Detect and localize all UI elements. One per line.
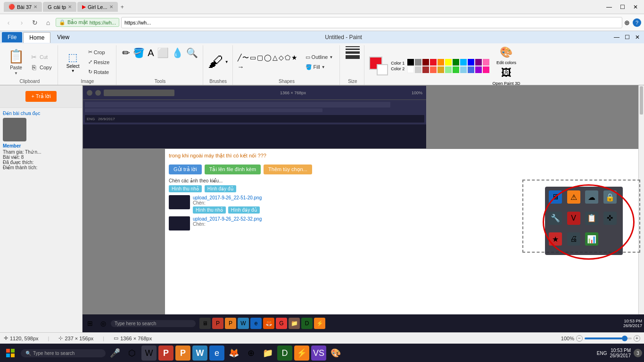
zoom-out-button[interactable]: − xyxy=(576,335,583,342)
color-deeppink[interactable] xyxy=(483,66,489,73)
tab-caitp[interactable]: G cái tp ✕ xyxy=(43,2,76,12)
popup-icon-8[interactable]: ✜ xyxy=(603,212,617,225)
color-gray[interactable] xyxy=(415,59,421,66)
refresh-button[interactable]: ↻ xyxy=(29,17,41,28)
pencil-tool[interactable]: ✏ xyxy=(121,46,131,59)
ribbon-tab-view[interactable]: View xyxy=(51,32,75,42)
popup-icon-1[interactable]: 🖥 xyxy=(549,190,562,204)
popup-icon-11[interactable]: 📊 xyxy=(585,232,598,246)
minimize-button[interactable]: — xyxy=(604,2,614,12)
color-royalblue[interactable] xyxy=(468,66,474,73)
roundrect-shape[interactable]: ▢ xyxy=(257,54,263,62)
tab-bai37-close[interactable]: ✕ xyxy=(33,4,37,9)
tab-girl-close[interactable]: ✕ xyxy=(109,4,113,9)
taskbar-word-icon[interactable]: W xyxy=(141,346,157,361)
taskbar-ppt-icon[interactable]: P xyxy=(158,346,173,361)
canvas-upload-link-1[interactable]: upload_2017-9-26_22-51-20.png xyxy=(193,195,262,200)
canvas-background[interactable]: 644 × 362px 100% ENG 26/9/2017 tron xyxy=(83,85,644,332)
canvas-options-btn[interactable]: Thêm tùy chọn... xyxy=(264,165,312,174)
diamond-shape[interactable]: ◇ xyxy=(279,54,284,62)
color-red[interactable] xyxy=(430,59,437,66)
taskbar-task-view-btn[interactable]: ⬡ xyxy=(124,346,140,361)
ribbon-tab-home[interactable]: Home xyxy=(23,32,50,43)
paint-maximize-btn[interactable]: ☐ xyxy=(622,33,632,42)
color-lime[interactable] xyxy=(453,66,459,73)
star-shape[interactable]: ★ xyxy=(291,54,297,62)
taskbar-paint-icon[interactable]: 🎨 xyxy=(328,346,343,361)
taskbar-word2-icon[interactable]: W xyxy=(192,346,207,361)
color-skyblue[interactable] xyxy=(460,66,467,73)
taskbar-chrome-icon[interactable]: ⊕ xyxy=(243,346,258,361)
color-green[interactable] xyxy=(453,59,459,66)
notification-badge[interactable]: 3 xyxy=(634,349,642,357)
color-violet[interactable] xyxy=(475,66,482,73)
arrow-shape[interactable]: → xyxy=(238,63,244,71)
canvas-scrollbar-v[interactable] xyxy=(638,85,644,314)
maximize-button[interactable]: ☐ xyxy=(618,2,627,12)
color-black[interactable] xyxy=(407,59,414,66)
canvas-send-btn[interactable]: Gửi trả lời xyxy=(169,165,202,174)
canvas-upload-btn[interactable]: Tải lên file đính kèm xyxy=(205,165,261,174)
color-blue[interactable] xyxy=(460,59,467,66)
taskbar-dev-icon[interactable]: D xyxy=(277,346,292,361)
home-button[interactable]: ⌂ xyxy=(42,17,54,28)
ellipse-shape[interactable]: ◯ xyxy=(264,54,272,62)
zoom-slider[interactable] xyxy=(585,337,632,339)
outline-button[interactable]: ▭ Outline ▼ xyxy=(303,53,336,61)
color-gold[interactable] xyxy=(438,66,444,73)
taskbar-ie-icon[interactable]: e xyxy=(209,346,224,361)
line-shape[interactable]: ╱ xyxy=(238,54,241,62)
color-lightgreen[interactable] xyxy=(445,66,452,73)
color-wheel-icon[interactable]: 🎨 xyxy=(500,46,512,58)
curve-shape[interactable]: 〜 xyxy=(242,54,249,62)
new-tab-btn[interactable]: + xyxy=(121,4,124,10)
paint3d-icon[interactable]: 🖼 xyxy=(501,67,512,79)
color-yellow[interactable] xyxy=(445,59,452,66)
size-1[interactable] xyxy=(346,46,360,47)
paint-minimize-btn[interactable]: — xyxy=(612,33,621,42)
forward-button[interactable]: › xyxy=(16,17,27,28)
taskbar-flash-icon[interactable]: ⚡ xyxy=(294,346,309,361)
popup-icon-2[interactable]: ⚠ xyxy=(567,190,580,204)
color-orange[interactable] xyxy=(438,59,444,66)
color-tomato[interactable] xyxy=(430,66,437,73)
pentagon-shape[interactable]: ⬠ xyxy=(285,54,290,62)
taskbar-mic-btn[interactable]: 🎤 xyxy=(107,346,123,361)
canvas-upload-link-2[interactable]: upload_2017-9-26_22-52-32.png xyxy=(193,216,262,222)
rect-shape[interactable]: ▭ xyxy=(250,54,256,62)
eyedropper-tool[interactable]: 💧 xyxy=(171,46,184,59)
canvas-full-btn-1[interactable]: Hình đầy đủ xyxy=(228,206,260,214)
popup-icon-4[interactable]: 🔒 xyxy=(603,190,617,204)
canvas-thumb-btn[interactable]: Hình thu nhỏ xyxy=(169,185,202,192)
color-pink[interactable] xyxy=(483,59,489,66)
resize-button[interactable]: ⤢ Resize xyxy=(85,58,113,66)
copy-button[interactable]: ⎘ Copy xyxy=(28,63,54,72)
popup-icon-7[interactable]: 📋 xyxy=(585,212,598,225)
color-brown[interactable] xyxy=(422,66,429,73)
eraser-tool[interactable]: ⬜ xyxy=(156,46,170,59)
popup-icon-9[interactable]: ★ xyxy=(549,232,562,246)
rotate-button[interactable]: ↻ Rotate xyxy=(85,68,112,76)
taskbar-ppt2-icon[interactable]: P xyxy=(175,346,190,361)
zoom-thumb[interactable] xyxy=(622,336,627,341)
taskbar-vs-icon[interactable]: VS xyxy=(311,346,326,361)
paint-close-btn[interactable]: ✕ xyxy=(633,33,642,42)
cut-button[interactable]: ✂ Cut xyxy=(28,52,54,62)
fill-tool[interactable]: 🪣 xyxy=(132,46,146,59)
color2-swatch[interactable] xyxy=(377,64,388,75)
popup-icon-5[interactable]: 🔧 xyxy=(549,212,562,225)
popup-icon-10[interactable]: 🖨 xyxy=(567,232,580,246)
color-white[interactable] xyxy=(407,66,414,73)
select-button[interactable]: ⬚ Select ▼ xyxy=(63,49,83,75)
canvas-thumb-btn-1[interactable]: Hình thu nhỏ xyxy=(193,206,226,214)
start-button[interactable] xyxy=(2,345,19,362)
size-3[interactable] xyxy=(346,51,360,54)
triangle-shape[interactable]: △ xyxy=(272,54,278,62)
size-4[interactable] xyxy=(346,55,360,59)
back-button[interactable]: ‹ xyxy=(3,17,14,28)
taskbar-files-icon[interactable]: 📁 xyxy=(260,346,275,361)
canvas-full-btn[interactable]: Hình đầy đủ xyxy=(205,185,236,192)
tab-girl[interactable]: ▶ Girl Le... ✕ xyxy=(77,2,118,12)
close-button[interactable]: ✕ xyxy=(631,2,640,12)
text-tool[interactable]: A xyxy=(147,47,155,59)
